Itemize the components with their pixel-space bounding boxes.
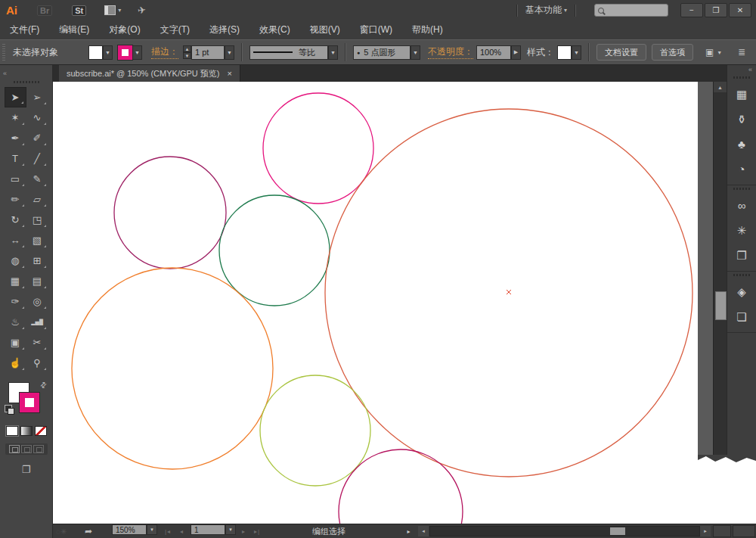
width-tool[interactable]: ↔ bbox=[5, 230, 26, 250]
swatches-panel[interactable]: ▦ bbox=[727, 82, 756, 107]
collapse-dock-icon[interactable]: « bbox=[0, 69, 10, 78]
zoom-dropdown-icon[interactable]: ▼ bbox=[147, 524, 157, 535]
zoom-tool[interactable]: ⚲ bbox=[26, 353, 48, 373]
direct-selection-tool[interactable]: ➢ bbox=[26, 87, 48, 107]
stock-button[interactable]: St bbox=[72, 5, 86, 16]
horizontal-scrollbar[interactable] bbox=[429, 526, 700, 536]
last-artboard-button[interactable]: ▸| bbox=[254, 524, 260, 538]
fill-dropdown-button[interactable]: ▼ bbox=[103, 45, 113, 60]
menu-item-0[interactable]: 文件(F) bbox=[0, 20, 49, 39]
draw-behind-button[interactable] bbox=[21, 445, 32, 453]
scroll-up-icon[interactable]: ▲ bbox=[714, 82, 727, 92]
stroke-panel-link[interactable]: 描边： bbox=[151, 45, 178, 59]
menu-item-4[interactable]: 选择(S) bbox=[200, 20, 249, 39]
close-button[interactable]: ✕ bbox=[729, 3, 751, 17]
minimize-button[interactable]: − bbox=[680, 3, 703, 17]
stroke-profile-select[interactable]: 等比 bbox=[249, 45, 328, 60]
free-transform-tool[interactable]: ▧ bbox=[26, 230, 48, 250]
pencil-tool[interactable]: ✏ bbox=[5, 189, 26, 210]
style-dropdown-button[interactable]: ▼ bbox=[572, 45, 581, 60]
magic-wand-tool[interactable]: ✶ bbox=[5, 107, 26, 128]
panel-grip[interactable] bbox=[733, 274, 750, 276]
circle-orange[interactable] bbox=[72, 268, 273, 469]
vertical-scrollbar[interactable]: ▲ bbox=[713, 82, 727, 455]
type-tool[interactable]: T bbox=[5, 148, 26, 169]
stroke-color-swatch[interactable] bbox=[118, 45, 132, 60]
menu-item-1[interactable]: 编辑(E) bbox=[49, 20, 99, 39]
scroll-left-icon[interactable]: ◂ bbox=[418, 526, 429, 536]
document-tab[interactable]: subscribe.ai* @ 150% (CMYK/GPU 预览) × bbox=[59, 65, 240, 82]
lasso-tool[interactable]: ∿ bbox=[26, 107, 48, 128]
brush-select[interactable]: ● 5 点圆形 bbox=[353, 45, 411, 60]
gradient-panel[interactable]: ◔ bbox=[727, 157, 756, 182]
stroke-dropdown-button[interactable]: ▼ bbox=[132, 45, 142, 60]
column-graph-tool[interactable]: ▂▅█ bbox=[26, 312, 48, 332]
creative-cloud-panel[interactable]: ∞ bbox=[727, 193, 756, 218]
brushes-panel[interactable]: ⚱ bbox=[727, 107, 756, 132]
status-menu-arrow[interactable]: ▸ bbox=[404, 524, 414, 538]
eyedropper-tool[interactable]: ✑ bbox=[5, 291, 26, 312]
stroke-width-stepper[interactable]: ▲ ▼ bbox=[183, 45, 191, 59]
share-icon[interactable]: ➦ bbox=[85, 524, 92, 538]
scale-tool[interactable]: ◳ bbox=[26, 210, 48, 230]
curvature-tool[interactable]: ✐ bbox=[26, 128, 48, 148]
first-artboard-button[interactable]: |◂ bbox=[165, 524, 171, 538]
style-swatch[interactable] bbox=[557, 45, 572, 60]
panel-grip[interactable] bbox=[2, 44, 5, 61]
eraser-tool[interactable]: ▱ bbox=[26, 189, 48, 210]
control-panel-menu-icon[interactable]: ≣ bbox=[738, 47, 745, 58]
menu-item-5[interactable]: 效果(C) bbox=[249, 20, 300, 39]
default-fill-stroke-icon[interactable] bbox=[5, 405, 12, 412]
paintbrush-tool[interactable]: ✎ bbox=[26, 169, 48, 189]
panel-grip[interactable] bbox=[733, 188, 750, 190]
restore-button[interactable]: ❐ bbox=[705, 3, 727, 17]
stroke-proxy-swatch[interactable] bbox=[20, 393, 39, 412]
circle-magenta[interactable] bbox=[263, 93, 373, 204]
layers-panel[interactable]: ◈ bbox=[727, 279, 756, 304]
gradient-button[interactable] bbox=[20, 426, 33, 436]
rectangle-tool[interactable]: ▭ bbox=[5, 169, 26, 189]
symbol-sprayer-tool[interactable]: ♨ bbox=[5, 312, 26, 332]
menu-item-6[interactable]: 视图(V) bbox=[300, 20, 350, 39]
screen-mode-button[interactable]: ❐ bbox=[0, 464, 52, 475]
arrange-documents-button[interactable]: ▾ bbox=[104, 5, 121, 15]
selection-tool[interactable]: ➤ bbox=[5, 87, 26, 107]
next-artboard-button[interactable]: ▸ bbox=[242, 524, 246, 538]
artboard-tool[interactable]: ▣ bbox=[5, 332, 26, 353]
hand-tool[interactable]: ☝ bbox=[5, 353, 26, 373]
workspace-switcher[interactable]: 基本功能 bbox=[525, 4, 562, 17]
menu-item-7[interactable]: 窗口(W) bbox=[350, 20, 402, 39]
swap-fill-stroke-icon[interactable]: ⇄ bbox=[38, 380, 48, 390]
previous-artboard-button[interactable]: ◂ bbox=[180, 524, 184, 538]
stepper-up-icon[interactable]: ▲ bbox=[183, 45, 191, 52]
tab-close-icon[interactable]: × bbox=[228, 69, 232, 78]
pen-tool[interactable]: ✒ bbox=[5, 128, 26, 148]
circle-green[interactable] bbox=[219, 195, 330, 306]
panel-grip[interactable] bbox=[733, 76, 750, 79]
draw-inside-button[interactable] bbox=[33, 445, 44, 453]
brush-dropdown-button[interactable]: ▼ bbox=[411, 45, 420, 60]
artboards-panel[interactable]: ❏ bbox=[727, 304, 756, 329]
preferences-button[interactable]: 首选项 bbox=[652, 44, 693, 61]
symbols-panel[interactable]: ♣ bbox=[727, 132, 756, 157]
select-similar-icon[interactable]: ▣ bbox=[705, 47, 714, 58]
menu-item-8[interactable]: 帮助(H) bbox=[402, 20, 453, 39]
horizontal-scroll-thumb[interactable] bbox=[610, 527, 625, 535]
line-segment-tool[interactable]: ╱ bbox=[26, 148, 48, 169]
circle-purple[interactable] bbox=[114, 157, 226, 269]
stepper-down-icon[interactable]: ▼ bbox=[183, 52, 191, 59]
stroke-profile-dropdown-button[interactable]: ▼ bbox=[328, 45, 338, 60]
artboard-number-input[interactable]: 1 bbox=[191, 524, 225, 535]
vertical-scroll-thumb[interactable] bbox=[715, 291, 727, 320]
document-setup-button[interactable]: 文档设置 bbox=[596, 44, 646, 61]
gradient-tool[interactable]: ▤ bbox=[26, 271, 48, 291]
panel-grip[interactable] bbox=[14, 81, 39, 83]
artboard-canvas[interactable] bbox=[53, 82, 698, 524]
expand-dock-icon[interactable]: « bbox=[727, 65, 756, 74]
search-input[interactable] bbox=[594, 4, 668, 17]
stroke-width-input[interactable]: 1 pt bbox=[191, 45, 225, 60]
bridge-button[interactable]: Br bbox=[37, 5, 52, 16]
artboard-dropdown-icon[interactable]: ▼ bbox=[225, 524, 236, 535]
mesh-tool[interactable]: ▦ bbox=[5, 271, 26, 291]
menu-item-3[interactable]: 文字(T) bbox=[150, 20, 200, 39]
